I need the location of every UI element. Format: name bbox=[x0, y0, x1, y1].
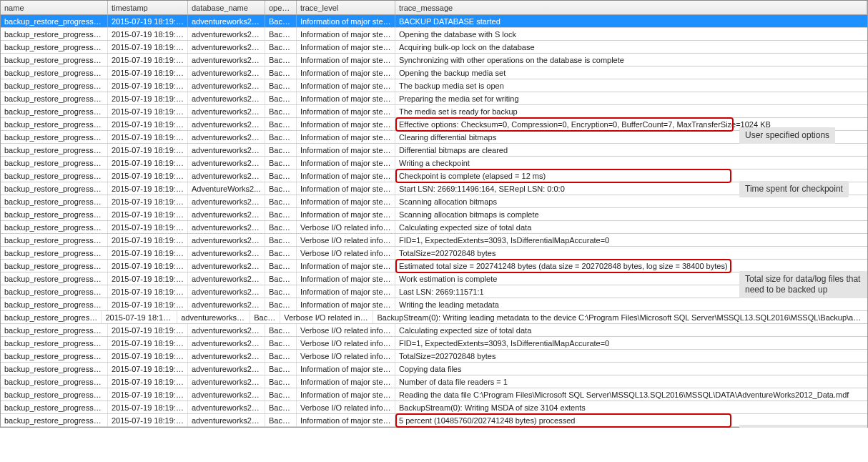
table-row[interactable]: backup_restore_progress_trace2015-07-19 … bbox=[1, 131, 867, 144]
cell-operation: Backup bbox=[265, 324, 297, 336]
cell-operation: Backup bbox=[265, 285, 297, 298]
table-row[interactable]: backup_restore_progress_trace2015-07-19 … bbox=[1, 221, 867, 234]
cell-name: backup_restore_progress_trace bbox=[1, 337, 108, 349]
table-row[interactable]: backup_restore_progress_trace2015-07-19 … bbox=[1, 272, 867, 285]
cell-trace-message: Preparing the media set for writing bbox=[395, 92, 867, 104]
table-row[interactable]: backup_restore_progress_trace2015-07-19 … bbox=[1, 298, 867, 311]
cell-trace-level: Information of major steps in ... bbox=[297, 131, 395, 143]
cell-timestamp: 2015-07-19 18:19:56.... bbox=[108, 285, 188, 298]
cell-name: backup_restore_progress_trace bbox=[1, 234, 108, 246]
cell-database: adventureworks2012 bbox=[188, 247, 265, 259]
cell-operation: Backup bbox=[265, 157, 297, 169]
cell-operation: Backup bbox=[265, 28, 297, 40]
cell-trace-message: The media set is ready for backup bbox=[395, 105, 867, 117]
trace-grid[interactable]: name timestamp database_name operati... … bbox=[0, 0, 868, 428]
column-header-trace-level[interactable]: trace_level bbox=[297, 1, 395, 14]
cell-trace-level: Information of major steps in ... bbox=[297, 285, 395, 298]
table-row[interactable]: backup_restore_progress_trace2015-07-19 … bbox=[1, 41, 867, 54]
table-row[interactable]: backup_restore_progress_trace2015-07-19 … bbox=[1, 285, 867, 298]
table-row[interactable]: backup_restore_progress_trace2015-07-19 … bbox=[1, 414, 867, 427]
table-row[interactable]: backup_restore_progress_trace2015-07-19 … bbox=[1, 169, 867, 182]
cell-name: backup_restore_progress_trace bbox=[1, 28, 108, 40]
cell-trace-level: Information of major steps in ... bbox=[297, 67, 395, 79]
cell-operation: Backup bbox=[265, 234, 297, 246]
cell-database: adventureworks2012 bbox=[188, 221, 265, 233]
cell-timestamp: 2015-07-19 18:19:56.... bbox=[108, 247, 188, 259]
table-row[interactable]: backup_restore_progress_trace2015-07-19 … bbox=[1, 311, 867, 324]
cell-name: backup_restore_progress_trace bbox=[1, 169, 108, 182]
cell-timestamp: 2015-07-19 18:19:56.... bbox=[108, 169, 188, 182]
cell-name: backup_restore_progress_trace bbox=[1, 272, 108, 285]
cell-trace-level: Information of major steps in ... bbox=[297, 105, 395, 117]
table-row[interactable]: backup_restore_progress_trace2015-07-19 … bbox=[1, 324, 867, 337]
table-row[interactable]: backup_restore_progress_trace2015-07-19 … bbox=[1, 157, 867, 169]
cell-operation: Backup bbox=[265, 221, 297, 233]
cell-database: adventureworks2012 bbox=[188, 67, 265, 79]
cell-timestamp: 2015-07-19 18:19:56.... bbox=[108, 157, 188, 169]
cell-name: backup_restore_progress_trace bbox=[1, 311, 102, 323]
table-row[interactable]: backup_restore_progress_trace2015-07-19 … bbox=[1, 234, 867, 247]
cell-trace-level: Verbose I/O related informati... bbox=[280, 311, 373, 323]
cell-timestamp: 2015-07-19 18:19:56.... bbox=[108, 195, 188, 207]
cell-trace-level: Verbose I/O related informati... bbox=[297, 337, 395, 349]
table-row[interactable]: backup_restore_progress_trace2015-07-19 … bbox=[1, 79, 867, 92]
cell-trace-message: Number of data file readers = 1 bbox=[395, 375, 867, 388]
cell-trace-message: Opening the backup media set bbox=[395, 67, 867, 79]
cell-database: adventureworks2012 bbox=[188, 350, 265, 362]
cell-trace-level: Information of major steps in ... bbox=[297, 272, 395, 285]
cell-trace-level: Verbose I/O related informati... bbox=[297, 324, 395, 336]
cell-timestamp: 2015-07-19 18:19:56.... bbox=[108, 105, 188, 117]
cell-name: backup_restore_progress_trace bbox=[1, 363, 108, 375]
column-header-name[interactable]: name bbox=[1, 1, 108, 14]
table-row[interactable]: backup_restore_progress_trace2015-07-19 … bbox=[1, 401, 867, 414]
cell-operation: Backup bbox=[265, 105, 297, 117]
cell-trace-level: Verbose I/O related informati... bbox=[297, 221, 395, 233]
cell-trace-level: Information of major steps in ... bbox=[297, 169, 395, 182]
cell-operation: Backup bbox=[265, 144, 297, 156]
cell-trace-message: Scanning allocation bitmaps is complete bbox=[395, 208, 867, 220]
cell-timestamp: 2015-07-19 18:19:56.... bbox=[108, 221, 188, 233]
column-header-trace-message[interactable]: trace_message bbox=[395, 1, 867, 14]
table-row[interactable]: backup_restore_progress_trace2015-07-19 … bbox=[1, 15, 867, 28]
table-row[interactable]: backup_restore_progress_trace2015-07-19 … bbox=[1, 54, 867, 67]
cell-database: adventureworks2012 bbox=[188, 54, 265, 66]
table-row[interactable]: backup_restore_progress_trace2015-07-19 … bbox=[1, 375, 867, 388]
cell-name: backup_restore_progress_trace bbox=[1, 157, 108, 169]
table-row[interactable]: backup_restore_progress_trace2015-07-19 … bbox=[1, 337, 867, 350]
table-row[interactable]: backup_restore_progress_trace2015-07-19 … bbox=[1, 92, 867, 105]
table-row[interactable]: backup_restore_progress_trace2015-07-19 … bbox=[1, 388, 867, 401]
table-row[interactable]: backup_restore_progress_trace2015-07-19 … bbox=[1, 350, 867, 363]
cell-name: backup_restore_progress_trace bbox=[1, 118, 108, 130]
table-row[interactable]: backup_restore_progress_trace2015-07-19 … bbox=[1, 118, 867, 131]
table-row[interactable]: backup_restore_progress_trace2015-07-19 … bbox=[1, 28, 867, 41]
column-header-timestamp[interactable]: timestamp bbox=[108, 1, 188, 14]
column-header-database[interactable]: database_name bbox=[188, 1, 265, 14]
table-row[interactable]: backup_restore_progress_trace2015-07-19 … bbox=[1, 67, 867, 79]
table-row[interactable]: backup_restore_progress_trace2015-07-19 … bbox=[1, 247, 867, 260]
cell-timestamp: 2015-07-19 18:19:56.... bbox=[108, 337, 188, 349]
cell-operation: Backup bbox=[250, 311, 280, 323]
column-header-operation[interactable]: operati... bbox=[265, 1, 297, 14]
table-row[interactable]: backup_restore_progress_trace2015-07-19 … bbox=[1, 182, 867, 195]
table-row[interactable]: backup_restore_progress_trace2015-07-19 … bbox=[1, 195, 867, 208]
cell-operation: Backup bbox=[265, 272, 297, 285]
table-row[interactable]: backup_restore_progress_trace2015-07-19 … bbox=[1, 260, 867, 272]
cell-operation: Backup bbox=[265, 195, 297, 207]
table-row[interactable]: backup_restore_progress_trace2015-07-19 … bbox=[1, 363, 867, 375]
table-row[interactable]: backup_restore_progress_trace2015-07-19 … bbox=[1, 105, 867, 118]
cell-trace-message: FID=1, ExpectedExtents=3093, IsDifferent… bbox=[395, 337, 867, 349]
cell-trace-message: Last LSN: 2669:11571:1 bbox=[395, 285, 867, 298]
cell-timestamp: 2015-07-19 18:19:56.... bbox=[108, 388, 188, 400]
cell-database: adventureworks2012 bbox=[188, 298, 265, 310]
cell-trace-level: Information of major steps in ... bbox=[297, 182, 395, 195]
cell-trace-level: Information of major steps in ... bbox=[297, 260, 395, 272]
table-row[interactable]: backup_restore_progress_trace2015-07-19 … bbox=[1, 144, 867, 157]
cell-operation: Backup bbox=[265, 388, 297, 400]
cell-database: adventureworks2012 bbox=[188, 272, 265, 285]
cell-trace-message: Opening the database with S lock bbox=[395, 28, 867, 40]
cell-operation: Backup bbox=[265, 208, 297, 220]
cell-trace-message: BackupStream(0): Writing leading metadat… bbox=[373, 311, 867, 323]
cell-timestamp: 2015-07-19 18:19:56.... bbox=[108, 182, 188, 195]
cell-name: backup_restore_progress_trace bbox=[1, 401, 108, 413]
table-row[interactable]: backup_restore_progress_trace2015-07-19 … bbox=[1, 208, 867, 221]
